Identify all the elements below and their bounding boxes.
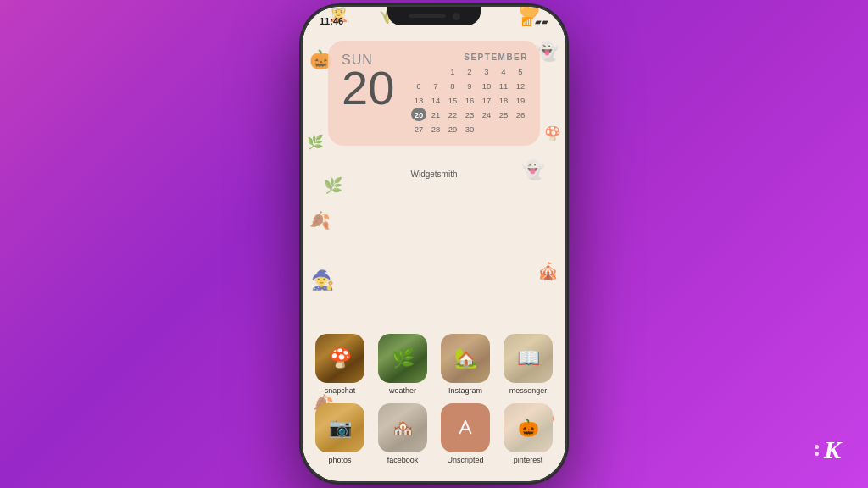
calendar-widget: SUN 20 SEPTEMBER 12345678910111213141516… <box>328 41 540 146</box>
cal-cell-27: 27 <box>411 122 426 136</box>
cal-cell-2: 2 <box>462 64 477 78</box>
k-letter: K <box>824 435 841 464</box>
illus-left2: 🌿 <box>307 134 324 150</box>
notch <box>387 7 481 25</box>
notch-speaker <box>409 14 446 18</box>
illus-left3: 🍂 <box>309 210 331 230</box>
wifi-icon: 📶 <box>521 17 531 26</box>
cal-cell-6: 6 <box>411 79 426 92</box>
pinterest-icon[interactable]: 🎃 <box>504 403 553 452</box>
weather-icon[interactable]: 🌿 <box>378 334 427 383</box>
pinterest-label: pinterest <box>514 456 543 464</box>
cal-cell-15: 15 <box>445 93 460 107</box>
app-item-facebook[interactable]: 🏘️ facebook <box>374 403 431 464</box>
calendar-grid-block: SEPTEMBER 123456789101112131415161718192… <box>411 53 528 136</box>
knowtechie-badge: K <box>815 435 841 464</box>
k-dot-2 <box>815 452 819 456</box>
cal-cell-10: 10 <box>479 79 494 92</box>
k-dots <box>815 445 819 456</box>
illus-left4: 🧙 <box>311 269 334 291</box>
battery-icon: ▰▰ <box>535 17 548 26</box>
cal-cell-17: 17 <box>479 93 494 107</box>
calendar-month-label: SEPTEMBER <box>411 53 528 62</box>
calendar-grid: 1234567891011121314151617181920212223242… <box>411 64 528 136</box>
phone-screen: 🎃 🌿 🍂 🧙 👻 🍄 🎪 🧝 🌾 🧡 👻 🌿 🍂 🍄 11:46 📶 <box>303 7 565 481</box>
cal-cell-11: 11 <box>496 79 511 92</box>
app-item-messenger[interactable]: 📖 messenger <box>499 334 557 395</box>
cal-cell-7: 7 <box>428 79 443 92</box>
cal-cell-12: 12 <box>513 79 528 92</box>
app-item-snapchat[interactable]: 🍄 snapchat <box>311 334 369 395</box>
widgetsmith-label: Widgetsmith <box>303 169 565 179</box>
illus-mid-left: 🌿 <box>324 176 342 195</box>
cal-cell-23: 23 <box>462 108 477 121</box>
phone-frame: 🎃 🌿 🍂 🧙 👻 🍄 🎪 🧝 🌾 🧡 👻 🌿 🍂 🍄 11:46 📶 <box>303 7 565 481</box>
cal-cell-16: 16 <box>462 93 477 107</box>
k-dot-1 <box>815 445 819 449</box>
cal-cell-25: 25 <box>496 108 511 121</box>
cal-cell-13: 13 <box>411 93 426 107</box>
cal-cell-9: 9 <box>462 79 477 92</box>
cal-cell-19: 19 <box>513 93 528 107</box>
cal-cell-5: 5 <box>513 64 528 78</box>
messenger-label: messenger <box>509 386 548 395</box>
notch-camera <box>453 13 460 20</box>
day-number-label: 20 <box>342 64 394 112</box>
photos-icon[interactable]: 📷 <box>315 403 364 452</box>
widget-day-block: SUN 20 <box>342 53 401 112</box>
app-item-weather[interactable]: 🌿 weather <box>374 334 431 395</box>
unscripted-svg <box>452 414 479 441</box>
unscripted-icon[interactable] <box>441 403 490 452</box>
cal-cell-21: 21 <box>428 108 443 121</box>
cal-cell-28: 28 <box>428 122 443 136</box>
photos-label: photos <box>328 456 351 464</box>
instagram-icon[interactable]: 🏡 <box>441 334 490 383</box>
app-item-photos[interactable]: 📷 photos <box>311 403 369 464</box>
unscripted-label: Unscripted <box>447 456 483 464</box>
app-grid: 🍄 snapchat 🌿 weather 🏡 Instagram 📖 <box>311 334 557 464</box>
instagram-label: Instagram <box>448 386 482 395</box>
cal-cell-26: 26 <box>513 108 528 121</box>
cal-cell-22: 22 <box>445 108 460 121</box>
cal-cell-4: 4 <box>496 64 511 78</box>
cal-cell-8: 8 <box>445 79 460 92</box>
facebook-icon[interactable]: 🏘️ <box>378 403 427 452</box>
illus-right3: 🎪 <box>537 261 559 281</box>
cal-cell-20: 20 <box>411 108 426 121</box>
weather-label: weather <box>389 386 416 395</box>
app-item-unscripted[interactable]: Unscripted <box>437 403 494 464</box>
cal-cell-1: 1 <box>445 64 460 78</box>
illus-right2: 🍄 <box>544 125 561 141</box>
status-time: 11:46 <box>320 16 343 26</box>
cal-cell-3: 3 <box>479 64 494 78</box>
status-icons: 📶 ▰▰ <box>521 17 548 26</box>
cal-cell-24: 24 <box>479 108 494 121</box>
app-item-instagram[interactable]: 🏡 Instagram <box>437 334 494 395</box>
facebook-label: facebook <box>387 456 419 464</box>
cal-cell-14: 14 <box>428 93 443 107</box>
cal-cell-18: 18 <box>496 93 511 107</box>
cal-cell-30: 30 <box>462 122 477 136</box>
cal-cell-29: 29 <box>445 122 460 136</box>
snapchat-icon[interactable]: 🍄 <box>315 334 364 383</box>
app-item-pinterest[interactable]: 🎃 pinterest <box>499 403 557 464</box>
messenger-icon[interactable]: 📖 <box>504 334 553 383</box>
snapchat-label: snapchat <box>325 386 356 395</box>
